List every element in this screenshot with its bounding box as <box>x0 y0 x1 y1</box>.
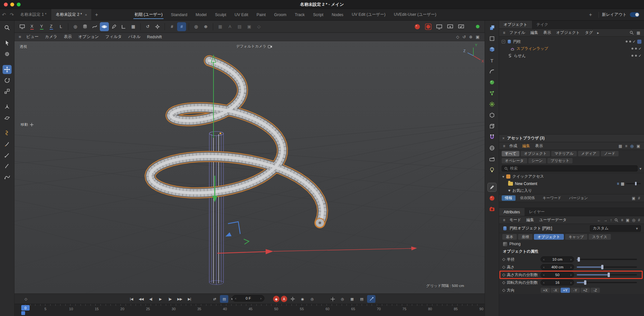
thumb-view-icon[interactable]: ▦ <box>619 144 622 148</box>
step-back-button[interactable]: ◀| <box>147 295 155 303</box>
search-icon[interactable] <box>630 31 634 35</box>
new-layout-label[interactable]: 新レイアウト <box>602 12 627 17</box>
grid-snap-icon[interactable]: # <box>167 22 176 31</box>
monitor-icon[interactable] <box>435 22 444 31</box>
tab-dependencies[interactable]: 依存関係 <box>517 195 538 201</box>
step-forward-button[interactable]: |▶ <box>166 295 174 303</box>
tab-objects[interactable]: オブジェクト <box>499 21 532 29</box>
object-row-helix[interactable]: らせん ✓ <box>499 52 644 59</box>
play-button[interactable]: ▶ <box>156 295 165 303</box>
material-a-icon[interactable]: A <box>225 22 234 31</box>
rotation-segments-slider[interactable] <box>577 282 637 283</box>
orientation-plus-y-button[interactable]: +Y <box>561 288 570 293</box>
workplane-lock-button[interactable]: L <box>56 22 65 31</box>
filter-nodes[interactable]: ノード <box>601 151 619 156</box>
generator-splinewrap-icon[interactable] <box>100 22 109 31</box>
deformer-icon[interactable]: ▣ <box>245 22 254 31</box>
window-minimize-button[interactable] <box>10 3 14 6</box>
filter-media[interactable]: メディア <box>578 151 600 156</box>
field-icon[interactable]: ◇ <box>254 22 263 31</box>
axis-lock-y-button[interactable]: Y <box>37 22 46 31</box>
render-view-icon[interactable]: ◎ <box>192 22 201 31</box>
detach-panel-icon[interactable]: ▣ <box>632 196 635 200</box>
orientation-minus-y-button[interactable]: -Y <box>571 288 580 293</box>
tangent-handle[interactable] <box>244 239 249 244</box>
clapper-icon[interactable] <box>488 154 497 163</box>
filter-presets[interactable]: プリセット <box>547 158 573 163</box>
select-tool-icon[interactable] <box>3 39 12 48</box>
fast-forward-button[interactable]: ▶▶ <box>175 295 184 303</box>
undo-icon[interactable]: ↶ <box>0 9 8 20</box>
doc-tab-2[interactable]: 名称未設定 2 * × <box>51 9 92 20</box>
array-icon[interactable]: ▤ <box>235 22 244 31</box>
magnet-snap-icon[interactable] <box>488 133 497 142</box>
spline-pen-tool-icon[interactable] <box>3 172 12 181</box>
loop-mode-icon[interactable]: ⇄ <box>210 295 219 303</box>
record-keyframe-button[interactable]: ◆ <box>273 296 279 302</box>
layout-tab-paint[interactable]: Paint <box>252 9 270 20</box>
list-view-icon[interactable]: ≡ <box>625 144 627 148</box>
projection-label[interactable]: 透視 <box>20 44 27 49</box>
key-diamond-icon[interactable] <box>502 273 506 276</box>
redo-icon[interactable]: ↷ <box>8 9 16 20</box>
panel-options-icon[interactable]: ▣ <box>637 144 640 148</box>
workplane-tool-icon[interactable] <box>3 113 12 122</box>
layout-tab-uvedit[interactable]: UV Edit <box>230 9 252 20</box>
cube-tool-icon[interactable]: ▦ <box>216 22 225 31</box>
quantize-snap-icon[interactable]: # <box>177 22 186 31</box>
ab-menu-edit[interactable]: 編集 <box>520 143 532 149</box>
render-visibility-dot[interactable] <box>635 55 637 57</box>
layout-tab-track[interactable]: Track <box>290 9 309 20</box>
link-keys-icon[interactable]: ◎ <box>338 295 346 303</box>
id-icon[interactable]: # <box>638 196 640 200</box>
menu-redshift[interactable]: Redshift <box>144 35 165 39</box>
menu-icon[interactable]: ≡ <box>502 144 507 148</box>
filter-objects[interactable]: オブジェクト <box>521 151 550 156</box>
primitive-cylinder-icon[interactable] <box>80 22 90 31</box>
simulate-icon[interactable]: ◎ <box>71 22 80 31</box>
list-icon[interactable]: ≡ <box>621 218 623 222</box>
enabled-check-icon[interactable]: ✓ <box>633 40 636 44</box>
object-name[interactable]: スプラインラップ <box>516 46 548 51</box>
texture-mode-icon[interactable]: T <box>488 56 497 65</box>
move-keys-icon[interactable] <box>328 295 337 303</box>
height-slider[interactable] <box>577 266 637 268</box>
curve-mode-icon[interactable] <box>488 67 497 76</box>
x-axis-arrow[interactable] <box>217 246 417 254</box>
radius-slider[interactable] <box>577 259 637 260</box>
expander-icon[interactable]: ▾ <box>502 174 504 179</box>
search-icon[interactable] <box>3 23 12 32</box>
range-start-handle[interactable] <box>21 311 25 315</box>
maximize-view-icon[interactable]: ▣ <box>476 34 479 39</box>
key-position-icon[interactable]: ◉ <box>298 295 307 303</box>
volume-icon[interactable]: ▦ <box>129 22 138 31</box>
id-icon[interactable]: # <box>638 218 640 222</box>
filter-operators[interactable]: オペレータ <box>502 158 527 163</box>
tab-layers[interactable]: レイヤー <box>525 208 549 216</box>
redshift-camera-icon[interactable] <box>488 205 497 214</box>
orientation-plus-z-button[interactable]: +Z <box>581 288 590 293</box>
window-close-button[interactable] <box>4 3 8 6</box>
layout-tab-sculpt[interactable]: Sculpt <box>211 9 231 20</box>
object-name[interactable]: 円柱 <box>513 39 521 44</box>
tab-caps[interactable]: キャップ <box>565 234 587 240</box>
viewport-menu-icon[interactable]: ≡ <box>17 34 23 39</box>
search-options-icon[interactable]: ▾ <box>639 166 641 171</box>
layout-tab-nodes[interactable]: Nodes <box>327 9 347 20</box>
layout-tab-initial[interactable]: 初期 (ユーザー) <box>130 9 166 20</box>
modeling-settings-icon[interactable] <box>153 22 162 31</box>
window-zoom-button[interactable] <box>17 3 21 6</box>
object-name[interactable]: らせん <box>514 53 526 59</box>
editor-visibility-dot[interactable] <box>631 48 633 50</box>
preset-dropdown[interactable]: カスタム ▾ <box>590 225 641 232</box>
track-list-icon[interactable]: ▤ <box>357 295 366 303</box>
menu-filter[interactable]: フィルタ <box>102 34 125 40</box>
keying-settings-icon[interactable] <box>289 295 297 303</box>
om-menu-objects[interactable]: オブジェクト <box>554 30 582 35</box>
doc-tab-1[interactable]: 名称未設定 1 * <box>16 9 51 20</box>
tab-basic[interactable]: 基本 <box>502 234 517 240</box>
monitor-save-icon[interactable] <box>446 22 455 31</box>
key-diamond-icon[interactable] <box>502 265 506 269</box>
lightbulb-icon[interactable] <box>488 165 497 174</box>
timeline-ruler[interactable]: 0 51015202530354045505560657075808590 <box>14 304 485 316</box>
